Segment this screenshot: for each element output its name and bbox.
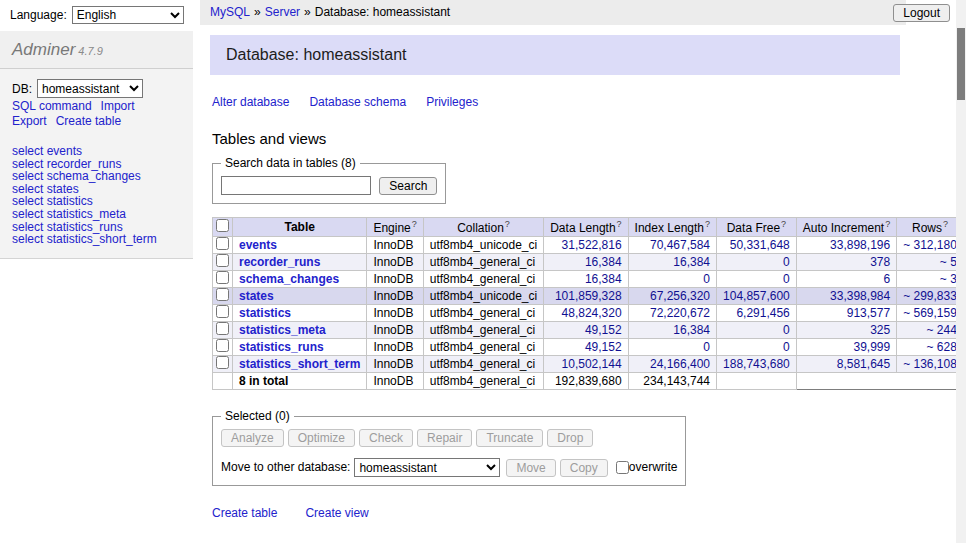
table-link[interactable]: events: [239, 238, 277, 252]
scrollbar[interactable]: [956, 0, 966, 543]
column-help-link[interactable]: ?: [412, 219, 417, 229]
table-link[interactable]: schema_changes: [239, 272, 339, 286]
selected-action-button[interactable]: Analyze: [221, 429, 284, 447]
index-length-cell: 24,166,400: [628, 356, 716, 373]
selected-action-button[interactable]: Repair: [417, 429, 472, 447]
collation-cell: utf8mb4_general_ci: [423, 339, 543, 356]
create-link[interactable]: Create view: [305, 506, 368, 520]
engine-cell: InnoDB: [367, 339, 423, 356]
sidebar-action-link[interactable]: SQL command: [12, 99, 92, 113]
column-header-label: Auto Increment: [803, 221, 884, 235]
table-link[interactable]: statistics: [239, 306, 291, 320]
column-header: Data Free?: [717, 218, 797, 237]
overwrite-checkbox[interactable]: [616, 461, 629, 474]
engine-cell: InnoDB: [367, 237, 423, 254]
table-link[interactable]: recorder_runs: [239, 255, 320, 269]
sidebar-table-link[interactable]: select statistics_meta: [12, 208, 181, 221]
table-row: events InnoDB utf8mb4_unicode_ci 31,522,…: [213, 237, 966, 254]
row-checkbox[interactable]: [216, 237, 229, 250]
selected-action-button[interactable]: Truncate: [476, 429, 543, 447]
index-length-cell: 0: [628, 339, 716, 356]
row-checkbox[interactable]: [216, 271, 229, 284]
scrollbar-thumb[interactable]: [957, 28, 965, 100]
total-label: 8 in total: [233, 373, 367, 390]
index-length-cell: 67,256,320: [628, 288, 716, 305]
column-header-label: Data Length: [550, 221, 615, 235]
table-link[interactable]: statistics_runs: [239, 340, 324, 354]
move-label: Move to other database:: [221, 460, 350, 474]
collation-cell: utf8mb4_general_ci: [423, 322, 543, 339]
breadcrumb-link-server[interactable]: Server: [265, 5, 300, 19]
create-link[interactable]: Create table: [212, 506, 277, 520]
sidebar-table-link[interactable]: select events: [12, 145, 181, 158]
row-checkbox[interactable]: [216, 305, 229, 318]
engine-cell: InnoDB: [367, 356, 423, 373]
database-action-link[interactable]: Alter database: [212, 95, 289, 109]
collation-cell: utf8mb4_general_ci: [423, 356, 543, 373]
breadcrumb-current: Database: homeassistant: [315, 5, 450, 19]
selected-action-button[interactable]: Drop: [547, 429, 593, 447]
column-help-link[interactable]: ?: [781, 219, 786, 229]
breadcrumb-separator: »: [304, 5, 311, 19]
copy-button[interactable]: Copy: [560, 459, 608, 477]
sidebar-action-link[interactable]: Import: [101, 99, 135, 113]
rows-cell: ~ 244: [897, 322, 964, 339]
sidebar-table-link[interactable]: select schema_changes: [12, 170, 181, 183]
search-fieldset: Search data in tables (8) Search: [212, 156, 446, 204]
column-help-link[interactable]: ?: [885, 219, 890, 229]
sidebar-action-link[interactable]: Create table: [56, 114, 121, 128]
database-action-link[interactable]: Database schema: [309, 95, 406, 109]
move-button[interactable]: Move: [506, 459, 555, 477]
column-help-link[interactable]: ?: [943, 219, 948, 229]
auto-increment-cell: 33,398,984: [796, 288, 896, 305]
sidebar-table-link[interactable]: select statistics_short_term: [12, 233, 181, 246]
column-header-label: Data Free: [727, 221, 780, 235]
column-help-link[interactable]: ?: [505, 219, 510, 229]
table-link[interactable]: statistics_short_term: [239, 357, 360, 371]
sidebar-action-link[interactable]: Export: [12, 114, 47, 128]
language-select[interactable]: English: [72, 6, 184, 24]
select-all-cell: [213, 218, 233, 237]
row-checkbox[interactable]: [216, 254, 229, 267]
column-header-label: Rows: [912, 221, 942, 235]
data-length-cell: 49,152: [544, 339, 628, 356]
search-input[interactable]: [221, 176, 371, 195]
data-free-cell: 0: [717, 322, 797, 339]
rows-cell: ~ 569,159: [897, 305, 964, 322]
database-links: Alter databaseDatabase schemaPrivileges: [212, 95, 906, 109]
move-database-select[interactable]: homeassistant: [354, 458, 500, 477]
auto-increment-cell: 8,581,645: [796, 356, 896, 373]
selected-action-button[interactable]: Optimize: [288, 429, 355, 447]
search-button[interactable]: Search: [379, 177, 437, 195]
selected-action-button[interactable]: Check: [359, 429, 413, 447]
column-header: Auto Increment?: [796, 218, 896, 237]
row-checkbox[interactable]: [216, 322, 229, 335]
logout-button[interactable]: Logout: [893, 4, 950, 22]
row-checkbox[interactable]: [216, 356, 229, 369]
column-header: Data Length?: [544, 218, 628, 237]
table-row: statistics_runs InnoDB utf8mb4_general_c…: [213, 339, 966, 356]
index-length-cell: 0: [628, 271, 716, 288]
table-link[interactable]: states: [239, 289, 274, 303]
row-checkbox[interactable]: [216, 339, 229, 352]
row-checkbox[interactable]: [216, 288, 229, 301]
data-length-cell: 49,152: [544, 322, 628, 339]
total-collation: utf8mb4_general_ci: [423, 373, 543, 390]
collation-cell: utf8mb4_general_ci: [423, 271, 543, 288]
select-all-checkbox[interactable]: [216, 219, 229, 232]
column-help-link[interactable]: ?: [705, 219, 710, 229]
total-data-length: 192,839,680: [544, 373, 628, 390]
column-help-link[interactable]: ?: [617, 219, 622, 229]
data-length-cell: 16,384: [544, 271, 628, 288]
sidebar-menu: DB:homeassistant SQL commandImport Expor…: [0, 69, 193, 259]
move-row: Move to other database:homeassistantMove…: [221, 458, 677, 477]
breadcrumb-link-mysql[interactable]: MySQL: [210, 5, 250, 19]
database-action-link[interactable]: Privileges: [426, 95, 478, 109]
column-header: Engine?: [367, 218, 423, 237]
db-select[interactable]: homeassistant: [37, 79, 143, 98]
data-length-cell: 31,522,816: [544, 237, 628, 254]
table-header-row: Table Engine? Collation? Data Length? In…: [213, 218, 966, 237]
tables-section-title: Tables and views: [212, 130, 906, 147]
table-link[interactable]: statistics_meta: [239, 323, 326, 337]
auto-increment-cell: 39,999: [796, 339, 896, 356]
